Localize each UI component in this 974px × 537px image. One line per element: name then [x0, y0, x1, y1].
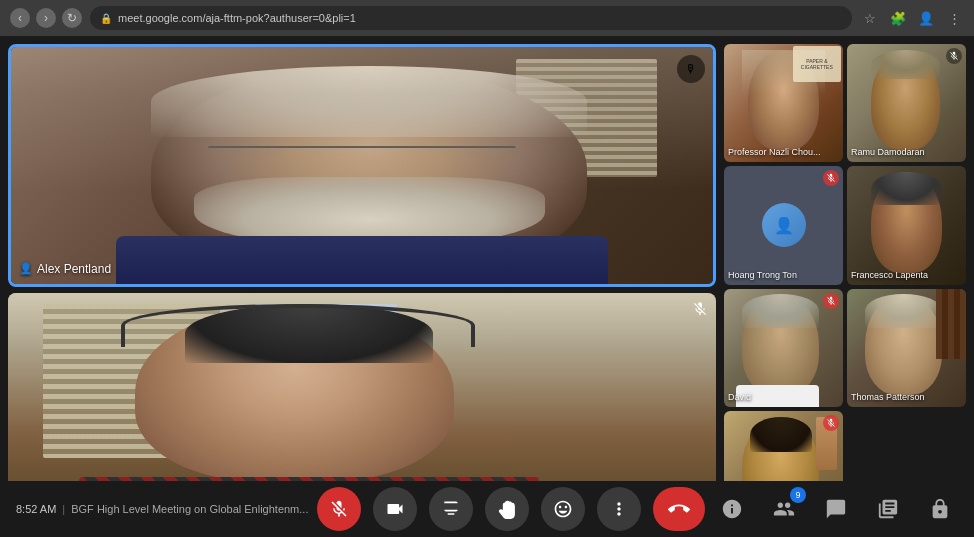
camera-button[interactable]	[373, 487, 417, 531]
thumbnail-ramu[interactable]: Ramu Damodaran	[847, 44, 966, 162]
left-panel: 🎙 👤 Alex Pentland	[0, 36, 724, 537]
people-button[interactable]: 9	[766, 491, 802, 527]
forward-button[interactable]: ›	[36, 8, 56, 28]
main-speaker-tile: 🎙 👤 Alex Pentland	[8, 44, 716, 287]
info-button[interactable]	[714, 491, 750, 527]
room-blinds	[516, 59, 656, 177]
thomas-video	[847, 289, 966, 407]
meeting-time: 8:52 AM	[16, 503, 56, 515]
thumbnail-thomas[interactable]: Thomas Patterson	[847, 289, 966, 407]
profile-icon[interactable]: 👤	[916, 8, 936, 28]
main-content: 🎙 👤 Alex Pentland	[0, 36, 974, 537]
alex-name-label: 👤 Alex Pentland	[19, 262, 111, 276]
controls-center	[316, 487, 706, 531]
meeting-title: BGF High Level Meeting on Global Enlight…	[71, 503, 308, 515]
mute-button[interactable]	[317, 487, 361, 531]
hoang-name: Hoang Trong Ton	[728, 270, 797, 281]
david-mute	[823, 293, 839, 309]
you-mute	[823, 415, 839, 431]
dukakis-mute-icon	[692, 301, 708, 320]
controls-right: 9	[714, 491, 958, 527]
ramu-name: Ramu Damodaran	[851, 147, 925, 158]
thumbnail-david[interactable]: David	[724, 289, 843, 407]
person-icon: 👤	[19, 262, 33, 275]
francesco-name: Francesco Lapenta	[851, 270, 928, 281]
nazli-name: Professor Nazli Chou...	[728, 147, 821, 158]
bottom-bar: 8:52 AM | BGF High Level Meeting on Glob…	[0, 481, 974, 537]
nav-controls[interactable]: ‹ › ↻	[10, 8, 82, 28]
raise-hand-button[interactable]	[485, 487, 529, 531]
hoang-avatar: 👤	[762, 203, 806, 247]
end-call-button[interactable]	[653, 487, 705, 531]
thomas-name: Thomas Patterson	[851, 392, 925, 403]
thumbnail-francesco[interactable]: Francesco Lapenta	[847, 166, 966, 284]
david-name: David	[728, 392, 751, 403]
francesco-video	[847, 166, 966, 284]
people-count-badge: 9	[790, 487, 806, 503]
activities-button[interactable]	[870, 491, 906, 527]
extensions-icon[interactable]: 🧩	[888, 8, 908, 28]
url-text: meet.google.com/aja-fttm-pok?authuser=0&…	[118, 12, 356, 24]
mic-active-indicator: 🎙	[677, 55, 705, 83]
thumbnails-panel: PAPER & CIGARETTES Professor Nazli Chou.…	[724, 36, 974, 537]
thumbnail-row-1: PAPER & CIGARETTES Professor Nazli Chou.…	[724, 44, 966, 162]
alex-video-bg	[11, 47, 713, 284]
meeting-info: 8:52 AM | BGF High Level Meeting on Glob…	[16, 503, 308, 515]
bookmark-icon[interactable]: ☆	[860, 8, 880, 28]
more-options-button[interactable]	[597, 487, 641, 531]
present-button[interactable]	[429, 487, 473, 531]
menu-icon[interactable]: ⋮	[944, 8, 964, 28]
lock-icon: 🔒	[100, 13, 112, 24]
nazli-video: PAPER & CIGARETTES	[724, 44, 843, 162]
address-bar[interactable]: 🔒 meet.google.com/aja-fttm-pok?authuser=…	[90, 6, 852, 30]
lock-button[interactable]	[922, 491, 958, 527]
browser-actions: ☆ 🧩 👤 ⋮	[860, 8, 964, 28]
thumbnail-hoang[interactable]: 👤 Hoang Trong Ton	[724, 166, 843, 284]
emoji-button[interactable]	[541, 487, 585, 531]
chat-button[interactable]	[818, 491, 854, 527]
mic-icon: 🎙	[685, 62, 697, 76]
thumbnail-row-3: David Thomas Patterson	[724, 289, 966, 407]
ramu-mute	[946, 48, 962, 64]
back-button[interactable]: ‹	[10, 8, 30, 28]
reload-button[interactable]: ↻	[62, 8, 82, 28]
thumbnail-row-2: 👤 Hoang Trong Ton Francesco Lapenta	[724, 166, 966, 284]
thumbnail-nazli[interactable]: PAPER & CIGARETTES Professor Nazli Chou.…	[724, 44, 843, 162]
browser-chrome: ‹ › ↻ 🔒 meet.google.com/aja-fttm-pok?aut…	[0, 0, 974, 36]
